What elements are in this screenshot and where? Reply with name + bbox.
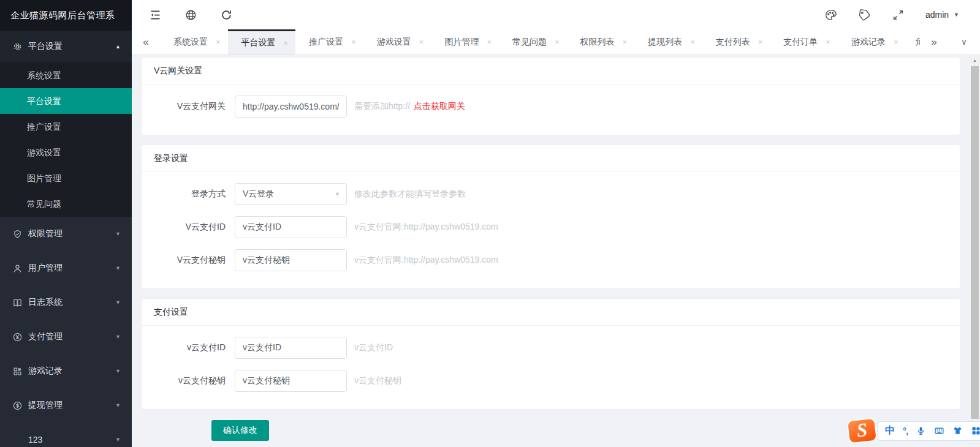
chevron-down-icon: ▼ <box>115 368 121 374</box>
form-row: 登录方式 V云登录 ▼ 修改此参数才能填写登录参数 <box>154 183 948 205</box>
ime-chinese-mode[interactable]: 中 <box>885 424 895 437</box>
card-title: 支付设置 <box>142 299 960 326</box>
tab-platform-settings[interactable]: 平台设置× <box>228 29 296 54</box>
page-content: V云网关设置 V云支付网关 需要添加http:// 点击获取网关 登录设置 登录… <box>132 55 970 447</box>
sidebar-item-123[interactable]: 123 ▼ <box>0 423 132 447</box>
sidebar-item-label: 提现管理 <box>28 400 63 411</box>
sidebar-item-withdraw-management[interactable]: 提现管理 ▼ <box>0 388 132 423</box>
tabs-scroll-right-icon[interactable]: » <box>920 29 948 54</box>
tab-image-management[interactable]: 图片管理× <box>431 29 499 54</box>
close-icon[interactable]: × <box>419 37 424 47</box>
sidebar-item-permission-management[interactable]: 权限管理 ▼ <box>0 217 132 251</box>
card-title: V云网关设置 <box>142 58 960 85</box>
close-icon[interactable]: × <box>216 37 221 47</box>
tab-payment-orders[interactable]: 支付订单× <box>770 29 838 54</box>
topbar: admin ▼ <box>132 0 980 29</box>
chevron-down-icon: ▼ <box>115 334 121 340</box>
shield-check-icon <box>12 229 23 239</box>
sidebar-sub-platform-settings[interactable]: 平台设置 <box>0 88 132 114</box>
topbar-left <box>132 9 233 21</box>
close-icon[interactable]: × <box>487 37 492 47</box>
close-icon[interactable]: × <box>758 37 763 47</box>
close-icon[interactable]: × <box>894 37 898 47</box>
sidebar-sub-promo-settings[interactable]: 推广设置 <box>0 114 132 140</box>
close-icon[interactable]: × <box>690 37 695 47</box>
gateway-hint: 需要添加http:// <box>354 101 410 112</box>
sidebar-item-label: 日志系统 <box>28 297 63 308</box>
chevron-up-icon: ▲ <box>115 43 121 50</box>
tab-faq[interactable]: 常见问题× <box>499 29 567 54</box>
login-vpay-key-input[interactable] <box>235 249 347 271</box>
get-gateway-link[interactable]: 点击获取网关 <box>414 101 465 112</box>
close-icon[interactable]: × <box>826 37 830 47</box>
scroll-up-arrow-icon[interactable]: ▲ <box>970 55 980 65</box>
topbar-right: admin ▼ <box>824 9 980 21</box>
refresh-icon[interactable] <box>220 9 233 21</box>
tab-system-settings[interactable]: 系统设置× <box>160 29 228 54</box>
login-vpay-id-hint: v云支付官网:http://pay.cshw0519.com <box>354 222 498 233</box>
sidebar-item-label: 权限管理 <box>28 228 63 239</box>
tab-label: 角 <box>916 37 920 48</box>
sidebar-sub-faq[interactable]: 常见问题 <box>0 191 132 217</box>
pay-vpay-id-hint: v云支付ID <box>354 342 393 353</box>
tabs-menu-chevron-icon[interactable]: ∨ <box>948 29 980 54</box>
user-menu[interactable]: admin ▼ <box>925 10 959 20</box>
close-icon[interactable]: × <box>623 37 628 47</box>
chevron-down-icon: ▼ <box>115 265 121 271</box>
fullscreen-icon[interactable] <box>892 9 905 21</box>
gateway-input[interactable] <box>235 96 347 118</box>
yen-circle-icon <box>12 332 23 342</box>
pay-vpay-key-label: v云支付秘钥 <box>154 375 226 386</box>
scrollbar-thumb[interactable] <box>971 66 979 419</box>
soft-keyboard-icon[interactable] <box>934 426 944 436</box>
submit-row: 确认修改 <box>141 420 960 441</box>
globe-icon[interactable] <box>184 9 197 21</box>
sidebar-item-platform-settings-group[interactable]: 平台设置 ▲ <box>0 31 132 62</box>
vertical-scrollbar[interactable]: ▲ <box>970 55 980 447</box>
form-row: V云支付秘钥 v云支付官网:http://pay.cshw0519.com <box>154 249 948 271</box>
tab-label: 提现列表 <box>648 37 682 48</box>
tabs-scroll-left-icon[interactable]: « <box>132 29 160 54</box>
sidebar-sub-game-settings[interactable]: 游戏设置 <box>0 140 132 165</box>
card-body: 登录方式 V云登录 ▼ 修改此参数才能填写登录参数 V云支付ID v云支付官网:… <box>142 183 960 288</box>
confirm-submit-button[interactable]: 确认修改 <box>211 420 269 441</box>
toolbox-grid-icon[interactable] <box>971 426 980 436</box>
theme-palette-icon[interactable] <box>824 9 837 21</box>
collapse-menu-icon[interactable] <box>149 9 162 21</box>
tag-icon[interactable] <box>858 9 871 21</box>
tab-withdraw-list[interactable]: 提现列表× <box>634 29 702 54</box>
sidebar-item-log-system[interactable]: 日志系统 ▼ <box>0 285 132 320</box>
sidebar-item-label: 游戏记录 <box>28 366 63 377</box>
login-mode-select[interactable]: V云登录 ▼ <box>235 183 347 205</box>
close-icon[interactable]: × <box>351 37 356 47</box>
tab-role-truncated[interactable]: 角 <box>906 29 920 54</box>
open-tabs: 系统设置× 平台设置× 推广设置× 游戏设置× 图片管理× 常见问题× 权限列表… <box>160 29 920 54</box>
tab-permission-list[interactable]: 权限列表× <box>567 29 635 54</box>
sidebar-sub-system-settings[interactable]: 系统设置 <box>0 62 132 88</box>
sogou-logo[interactable]: S <box>846 418 878 445</box>
pay-vpay-id-input[interactable] <box>235 337 347 359</box>
tab-game-records[interactable]: 游戏记录× <box>838 29 906 54</box>
close-icon[interactable]: × <box>284 39 289 48</box>
tab-payment-list[interactable]: 支付列表× <box>702 29 770 54</box>
login-vpay-id-input[interactable] <box>235 216 347 238</box>
sidebar-sub-image-management[interactable]: 图片管理 <box>0 165 132 191</box>
close-icon[interactable]: × <box>555 37 560 47</box>
dollar-circle-icon <box>12 400 23 411</box>
ime-punctuation-icon[interactable]: °, <box>903 426 908 436</box>
login-mode-label: 登录方式 <box>154 189 226 200</box>
pay-vpay-key-input[interactable] <box>235 370 347 392</box>
card-body: v云支付ID v云支付ID v云支付秘钥 v云支付秘钥 <box>142 337 960 409</box>
chevron-down-icon: ▼ <box>115 402 121 408</box>
tab-game-settings[interactable]: 游戏设置× <box>363 29 431 54</box>
tab-promo-settings[interactable]: 推广设置× <box>295 29 363 54</box>
tab-label: 平台设置 <box>241 37 276 48</box>
sidebar-item-user-management[interactable]: 用户管理 ▼ <box>0 251 132 285</box>
main-area: admin ▼ « 系统设置× 平台设置× 推广设置× 游戏设置× 图片管理× … <box>132 0 980 447</box>
payment-settings-card: 支付设置 v云支付ID v云支付ID v云支付秘钥 v云支付秘钥 <box>141 298 960 410</box>
sidebar-item-payment-management[interactable]: 支付管理 ▼ <box>0 320 132 354</box>
tab-label: 支付订单 <box>783 37 818 48</box>
microphone-icon[interactable] <box>916 426 926 436</box>
sidebar-item-game-records[interactable]: 游戏记录 ▼ <box>0 354 132 388</box>
skin-shirt-icon[interactable] <box>952 426 963 436</box>
